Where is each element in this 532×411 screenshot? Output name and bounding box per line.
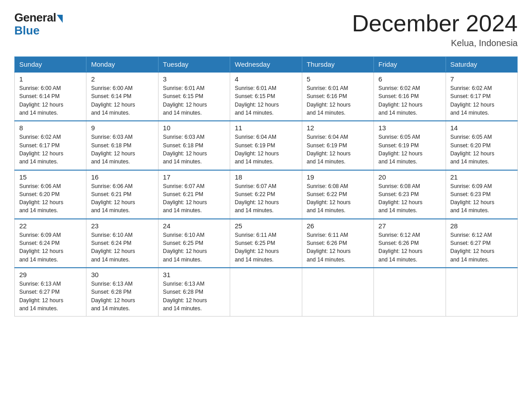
calendar-cell: 17Sunrise: 6:07 AMSunset: 6:21 PMDayligh… bbox=[158, 170, 230, 219]
day-number: 2 bbox=[91, 75, 153, 83]
day-number: 30 bbox=[91, 271, 153, 278]
calendar-cell bbox=[302, 268, 373, 317]
day-number: 18 bbox=[235, 173, 297, 181]
day-number: 27 bbox=[378, 222, 441, 230]
day-header-saturday: Saturday bbox=[446, 57, 517, 73]
day-info: Sunrise: 6:11 AMSunset: 6:25 PMDaylight:… bbox=[235, 231, 297, 264]
logo-arrow-icon bbox=[57, 15, 63, 23]
week-row-5: 29Sunrise: 6:13 AMSunset: 6:27 PMDayligh… bbox=[15, 268, 518, 317]
logo-general-text: General bbox=[14, 11, 56, 25]
day-number: 8 bbox=[19, 124, 82, 132]
day-number: 29 bbox=[19, 271, 82, 278]
day-info: Sunrise: 6:10 AMSunset: 6:25 PMDaylight:… bbox=[163, 231, 225, 264]
logo: General Blue bbox=[14, 11, 63, 38]
day-info: Sunrise: 6:12 AMSunset: 6:27 PMDaylight:… bbox=[450, 231, 513, 264]
calendar-cell: 8Sunrise: 6:02 AMSunset: 6:17 PMDaylight… bbox=[15, 121, 86, 170]
month-title: December 2024 bbox=[352, 11, 518, 36]
calendar-cell: 23Sunrise: 6:10 AMSunset: 6:24 PMDayligh… bbox=[86, 219, 158, 268]
calendar-cell: 21Sunrise: 6:09 AMSunset: 6:23 PMDayligh… bbox=[446, 170, 517, 219]
page-header: General Blue December 2024 Kelua, Indone… bbox=[14, 11, 518, 48]
day-info: Sunrise: 6:01 AMSunset: 6:15 PMDaylight:… bbox=[235, 84, 297, 117]
day-info: Sunrise: 6:03 AMSunset: 6:18 PMDaylight:… bbox=[91, 133, 153, 166]
calendar-cell: 12Sunrise: 6:04 AMSunset: 6:19 PMDayligh… bbox=[302, 121, 373, 170]
calendar-table: SundayMondayTuesdayWednesdayThursdayFrid… bbox=[14, 56, 518, 317]
day-info: Sunrise: 6:13 AMSunset: 6:28 PMDaylight:… bbox=[91, 280, 153, 313]
calendar-cell bbox=[230, 268, 302, 317]
day-info: Sunrise: 6:07 AMSunset: 6:22 PMDaylight:… bbox=[235, 182, 297, 215]
day-info: Sunrise: 6:09 AMSunset: 6:24 PMDaylight:… bbox=[19, 231, 82, 264]
title-block: December 2024 Kelua, Indonesia bbox=[352, 11, 518, 48]
day-info: Sunrise: 6:01 AMSunset: 6:16 PMDaylight:… bbox=[307, 84, 369, 117]
calendar-cell: 27Sunrise: 6:12 AMSunset: 6:26 PMDayligh… bbox=[374, 219, 446, 268]
day-info: Sunrise: 6:02 AMSunset: 6:17 PMDaylight:… bbox=[450, 84, 513, 117]
day-number: 11 bbox=[235, 124, 297, 132]
day-number: 9 bbox=[91, 124, 153, 132]
day-info: Sunrise: 6:04 AMSunset: 6:19 PMDaylight:… bbox=[307, 133, 369, 166]
calendar-cell: 6Sunrise: 6:02 AMSunset: 6:16 PMDaylight… bbox=[374, 72, 446, 121]
calendar-cell: 19Sunrise: 6:08 AMSunset: 6:22 PMDayligh… bbox=[302, 170, 373, 219]
day-number: 23 bbox=[91, 222, 153, 230]
day-info: Sunrise: 6:10 AMSunset: 6:24 PMDaylight:… bbox=[91, 231, 153, 264]
day-info: Sunrise: 6:06 AMSunset: 6:20 PMDaylight:… bbox=[19, 182, 82, 215]
calendar-cell: 9Sunrise: 6:03 AMSunset: 6:18 PMDaylight… bbox=[86, 121, 158, 170]
day-number: 20 bbox=[378, 173, 441, 181]
day-info: Sunrise: 6:07 AMSunset: 6:21 PMDaylight:… bbox=[163, 182, 225, 215]
day-number: 22 bbox=[19, 222, 82, 230]
calendar-cell: 30Sunrise: 6:13 AMSunset: 6:28 PMDayligh… bbox=[86, 268, 158, 317]
day-header-wednesday: Wednesday bbox=[230, 57, 302, 73]
day-number: 19 bbox=[307, 173, 369, 181]
day-number: 21 bbox=[450, 173, 513, 181]
day-info: Sunrise: 6:08 AMSunset: 6:23 PMDaylight:… bbox=[378, 182, 441, 215]
day-number: 16 bbox=[91, 173, 153, 181]
day-number: 3 bbox=[163, 75, 225, 83]
day-info: Sunrise: 6:13 AMSunset: 6:27 PMDaylight:… bbox=[19, 280, 82, 313]
calendar-cell: 18Sunrise: 6:07 AMSunset: 6:22 PMDayligh… bbox=[230, 170, 302, 219]
calendar-cell: 28Sunrise: 6:12 AMSunset: 6:27 PMDayligh… bbox=[446, 219, 517, 268]
day-number: 26 bbox=[307, 222, 369, 230]
day-header-monday: Monday bbox=[86, 57, 158, 73]
day-info: Sunrise: 6:03 AMSunset: 6:18 PMDaylight:… bbox=[163, 133, 225, 166]
day-number: 15 bbox=[19, 173, 82, 181]
calendar-cell bbox=[446, 268, 517, 317]
day-number: 31 bbox=[163, 271, 225, 278]
week-row-3: 15Sunrise: 6:06 AMSunset: 6:20 PMDayligh… bbox=[15, 170, 518, 219]
day-info: Sunrise: 6:13 AMSunset: 6:28 PMDaylight:… bbox=[163, 280, 225, 313]
calendar-cell: 10Sunrise: 6:03 AMSunset: 6:18 PMDayligh… bbox=[158, 121, 230, 170]
calendar-cell: 29Sunrise: 6:13 AMSunset: 6:27 PMDayligh… bbox=[15, 268, 86, 317]
calendar-cell bbox=[374, 268, 446, 317]
calendar-cell: 15Sunrise: 6:06 AMSunset: 6:20 PMDayligh… bbox=[15, 170, 86, 219]
calendar-cell: 1Sunrise: 6:00 AMSunset: 6:14 PMDaylight… bbox=[15, 72, 86, 121]
day-header-sunday: Sunday bbox=[15, 57, 86, 73]
calendar-cell: 2Sunrise: 6:00 AMSunset: 6:14 PMDaylight… bbox=[86, 72, 158, 121]
week-row-2: 8Sunrise: 6:02 AMSunset: 6:17 PMDaylight… bbox=[15, 121, 518, 170]
calendar-cell: 13Sunrise: 6:05 AMSunset: 6:19 PMDayligh… bbox=[374, 121, 446, 170]
day-number: 28 bbox=[450, 222, 513, 230]
calendar-cell: 20Sunrise: 6:08 AMSunset: 6:23 PMDayligh… bbox=[374, 170, 446, 219]
day-info: Sunrise: 6:05 AMSunset: 6:19 PMDaylight:… bbox=[378, 133, 441, 166]
calendar-cell: 22Sunrise: 6:09 AMSunset: 6:24 PMDayligh… bbox=[15, 219, 86, 268]
calendar-cell: 26Sunrise: 6:11 AMSunset: 6:26 PMDayligh… bbox=[302, 219, 373, 268]
day-number: 24 bbox=[163, 222, 225, 230]
week-row-1: 1Sunrise: 6:00 AMSunset: 6:14 PMDaylight… bbox=[15, 72, 518, 121]
day-number: 14 bbox=[450, 124, 513, 132]
logo-blue-text: Blue bbox=[14, 24, 39, 38]
day-info: Sunrise: 6:12 AMSunset: 6:26 PMDaylight:… bbox=[378, 231, 441, 264]
calendar-cell: 7Sunrise: 6:02 AMSunset: 6:17 PMDaylight… bbox=[446, 72, 517, 121]
day-info: Sunrise: 6:01 AMSunset: 6:15 PMDaylight:… bbox=[163, 84, 225, 117]
day-info: Sunrise: 6:11 AMSunset: 6:26 PMDaylight:… bbox=[307, 231, 369, 264]
calendar-cell: 4Sunrise: 6:01 AMSunset: 6:15 PMDaylight… bbox=[230, 72, 302, 121]
day-number: 17 bbox=[163, 173, 225, 181]
day-info: Sunrise: 6:05 AMSunset: 6:20 PMDaylight:… bbox=[450, 133, 513, 166]
day-info: Sunrise: 6:09 AMSunset: 6:23 PMDaylight:… bbox=[450, 182, 513, 215]
day-info: Sunrise: 6:04 AMSunset: 6:19 PMDaylight:… bbox=[235, 133, 297, 166]
calendar-cell: 25Sunrise: 6:11 AMSunset: 6:25 PMDayligh… bbox=[230, 219, 302, 268]
calendar-cell: 14Sunrise: 6:05 AMSunset: 6:20 PMDayligh… bbox=[446, 121, 517, 170]
day-number: 12 bbox=[307, 124, 369, 132]
day-info: Sunrise: 6:08 AMSunset: 6:22 PMDaylight:… bbox=[307, 182, 369, 215]
week-row-4: 22Sunrise: 6:09 AMSunset: 6:24 PMDayligh… bbox=[15, 219, 518, 268]
calendar-cell: 11Sunrise: 6:04 AMSunset: 6:19 PMDayligh… bbox=[230, 121, 302, 170]
day-number: 6 bbox=[378, 75, 441, 83]
day-number: 1 bbox=[19, 75, 82, 83]
day-number: 25 bbox=[235, 222, 297, 230]
location-title: Kelua, Indonesia bbox=[352, 38, 518, 48]
